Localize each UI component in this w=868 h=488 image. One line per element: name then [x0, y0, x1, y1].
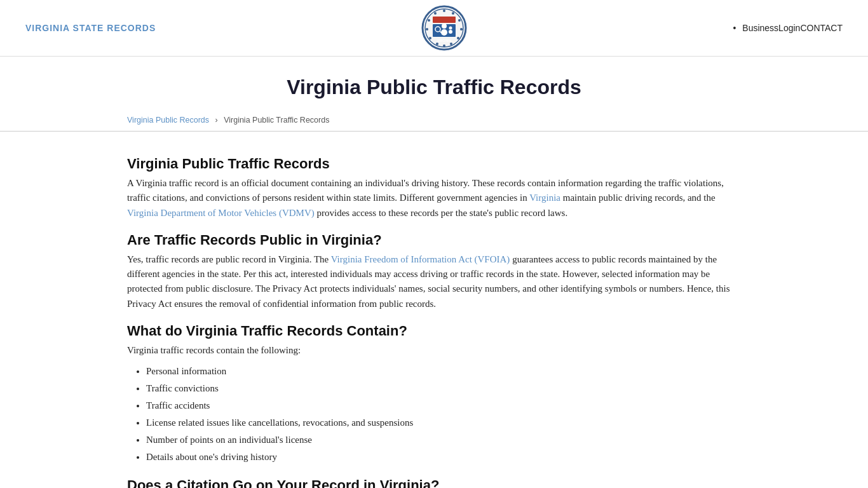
- svg-point-10: [429, 37, 431, 39]
- main-content: Virginia Public Traffic Records A Virgin…: [0, 132, 868, 488]
- svg-point-6: [457, 37, 459, 39]
- svg-point-5: [460, 28, 463, 30]
- svg-point-4: [458, 19, 461, 22]
- list-item: Traffic accidents: [146, 397, 741, 414]
- virginia-seal-icon: VIRGINIA: [421, 5, 467, 51]
- svg-point-20: [449, 27, 452, 30]
- public-paragraph: Yes, traffic records are public record i…: [127, 252, 741, 311]
- section-heading-contain: What do Virginia Traffic Records Contain…: [127, 323, 741, 339]
- site-header: VIRGINIA STATE RECORDS: [0, 0, 868, 57]
- section-heading-citation: Does a Citation Go on Your Record in Vir…: [127, 477, 741, 488]
- svg-point-17: [441, 29, 447, 36]
- svg-point-9: [436, 43, 438, 45]
- page-title-section: Virginia Public Traffic Records: [0, 57, 868, 112]
- svg-rect-14: [433, 17, 456, 23]
- site-name-area: VIRGINIA STATE RECORDS: [25, 23, 156, 34]
- section-heading-intro: Virginia Public Traffic Records: [127, 156, 741, 172]
- business-link[interactable]: Business: [742, 23, 778, 33]
- svg-point-12: [428, 19, 430, 22]
- svg-point-7: [450, 43, 452, 45]
- svg-point-16: [442, 24, 447, 29]
- breadcrumb-parent-link[interactable]: Virginia Public Records: [127, 116, 209, 125]
- svg-point-11: [426, 28, 428, 30]
- breadcrumb-current: Virginia Public Traffic Records: [224, 116, 329, 125]
- vdmv-link[interactable]: Virginia Department of Motor Vehicles (V…: [127, 208, 315, 218]
- logo-area: VIRGINIA: [421, 5, 467, 51]
- site-name-link[interactable]: VIRGINIA STATE RECORDS: [25, 23, 156, 33]
- svg-point-13: [434, 12, 437, 15]
- virginia-link-1[interactable]: Virginia: [529, 193, 560, 203]
- page-title: Virginia Public Traffic Records: [25, 76, 843, 99]
- svg-text:VIRGINIA: VIRGINIA: [437, 39, 452, 43]
- svg-point-3: [452, 12, 454, 15]
- bullet-icon: •: [733, 23, 736, 33]
- list-item: Details about one's driving history: [146, 449, 741, 466]
- svg-point-21: [449, 30, 452, 34]
- contact-link[interactable]: CONTACT: [800, 23, 843, 33]
- intro-paragraph: A Virginia traffic record is an official…: [127, 176, 741, 220]
- nav-area: • BusinessLoginCONTACT: [733, 23, 843, 33]
- list-item: Traffic convictions: [146, 380, 741, 397]
- breadcrumb-separator: ›: [215, 116, 217, 125]
- breadcrumb: Virginia Public Records › Virginia Publi…: [0, 112, 868, 132]
- svg-point-2: [443, 10, 445, 12]
- svg-point-8: [443, 44, 445, 47]
- login-link[interactable]: Login: [778, 23, 800, 33]
- contain-list: Personal information Traffic convictions…: [146, 363, 741, 466]
- list-item: License related issues like cancellation…: [146, 414, 741, 431]
- list-item: Number of points on an individual's lice…: [146, 431, 741, 449]
- list-item: Personal information: [146, 363, 741, 380]
- vfoia-link[interactable]: Virginia Freedom of Information Act (VFO…: [331, 254, 510, 264]
- contain-intro: Virginia traffic records contain the fol…: [127, 343, 741, 358]
- section-heading-public: Are Traffic Records Public in Virginia?: [127, 232, 741, 248]
